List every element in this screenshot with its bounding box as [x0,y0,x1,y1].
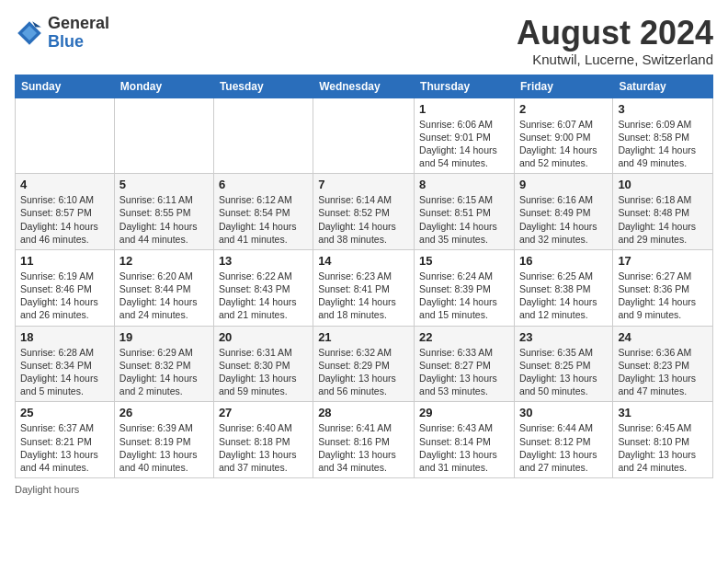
calendar-cell: 1Sunrise: 6:06 AM Sunset: 9:01 PM Daylig… [415,98,515,174]
title-block: August 2024 Knutwil, Lucerne, Switzerlan… [517,15,713,67]
day-info: Sunrise: 6:11 AM Sunset: 8:55 PM Dayligh… [119,193,209,246]
day-info: Sunrise: 6:22 AM Sunset: 8:43 PM Dayligh… [219,270,308,322]
day-number: 4 [20,178,109,191]
page-header: General Blue August 2024 Knutwil, Lucern… [15,15,713,67]
weekday-header-monday: Monday [114,75,213,98]
day-number: 14 [318,254,409,268]
weekday-row: SundayMondayTuesdayWednesdayThursdayFrid… [16,75,713,98]
day-info: Sunrise: 6:28 AM Sunset: 8:34 PM Dayligh… [20,346,109,398]
calendar-cell [16,98,115,174]
calendar-cell: 16Sunrise: 6:25 AM Sunset: 8:38 PM Dayli… [514,249,612,326]
day-number: 11 [20,254,109,268]
day-info: Sunrise: 6:09 AM Sunset: 8:58 PM Dayligh… [618,118,708,170]
calendar-table: SundayMondayTuesdayWednesdayThursdayFrid… [15,75,713,478]
day-number: 18 [20,330,109,344]
calendar-cell: 2Sunrise: 6:07 AM Sunset: 9:00 PM Daylig… [514,98,612,174]
calendar-cell: 30Sunrise: 6:44 AM Sunset: 8:12 PM Dayli… [514,402,612,478]
logo-icon [15,18,44,48]
calendar-body: 1Sunrise: 6:06 AM Sunset: 9:01 PM Daylig… [16,98,713,477]
day-info: Sunrise: 6:12 AM Sunset: 8:54 PM Dayligh… [219,193,308,246]
day-number: 30 [519,406,608,419]
footer-text: Daylight hours [15,484,79,495]
day-info: Sunrise: 6:23 AM Sunset: 8:41 PM Dayligh… [318,270,409,322]
day-info: Sunrise: 6:15 AM Sunset: 8:51 PM Dayligh… [419,193,509,246]
day-info: Sunrise: 6:19 AM Sunset: 8:46 PM Dayligh… [20,270,109,322]
calendar-cell [313,98,415,174]
day-info: Sunrise: 6:16 AM Sunset: 8:49 PM Dayligh… [519,193,608,246]
day-info: Sunrise: 6:31 AM Sunset: 8:30 PM Dayligh… [219,346,308,398]
day-info: Sunrise: 6:20 AM Sunset: 8:44 PM Dayligh… [119,270,209,322]
day-info: Sunrise: 6:32 AM Sunset: 8:29 PM Dayligh… [318,346,409,398]
calendar-cell: 17Sunrise: 6:27 AM Sunset: 8:36 PM Dayli… [613,249,713,326]
day-number: 9 [519,178,608,191]
calendar-cell: 18Sunrise: 6:28 AM Sunset: 8:34 PM Dayli… [16,326,115,402]
day-number: 12 [119,254,209,268]
day-number: 26 [119,406,209,419]
weekday-header-sunday: Sunday [16,75,115,98]
calendar-cell: 3Sunrise: 6:09 AM Sunset: 8:58 PM Daylig… [613,98,713,174]
day-info: Sunrise: 6:36 AM Sunset: 8:23 PM Dayligh… [618,346,708,398]
day-number: 19 [119,330,209,344]
day-number: 8 [419,178,509,191]
calendar-cell: 24Sunrise: 6:36 AM Sunset: 8:23 PM Dayli… [613,326,713,402]
week-row-1: 1Sunrise: 6:06 AM Sunset: 9:01 PM Daylig… [16,98,713,174]
day-number: 10 [618,178,708,191]
calendar-cell: 23Sunrise: 6:35 AM Sunset: 8:25 PM Dayli… [514,326,612,402]
calendar-cell: 21Sunrise: 6:32 AM Sunset: 8:29 PM Dayli… [313,326,415,402]
week-row-3: 11Sunrise: 6:19 AM Sunset: 8:46 PM Dayli… [16,249,713,326]
weekday-header-friday: Friday [514,75,612,98]
day-info: Sunrise: 6:07 AM Sunset: 9:00 PM Dayligh… [519,118,608,170]
day-number: 1 [419,102,509,116]
calendar-cell: 5Sunrise: 6:11 AM Sunset: 8:55 PM Daylig… [114,174,213,250]
day-number: 16 [519,254,608,268]
calendar-cell: 15Sunrise: 6:24 AM Sunset: 8:39 PM Dayli… [415,249,515,326]
day-number: 21 [318,330,409,344]
weekday-header-thursday: Thursday [415,75,515,98]
day-info: Sunrise: 6:44 AM Sunset: 8:12 PM Dayligh… [519,421,608,474]
day-number: 15 [419,254,509,268]
calendar-cell: 28Sunrise: 6:41 AM Sunset: 8:16 PM Dayli… [313,402,415,478]
day-number: 22 [419,330,509,344]
calendar-cell: 11Sunrise: 6:19 AM Sunset: 8:46 PM Dayli… [16,249,115,326]
week-row-4: 18Sunrise: 6:28 AM Sunset: 8:34 PM Dayli… [16,326,713,402]
calendar-cell: 20Sunrise: 6:31 AM Sunset: 8:30 PM Dayli… [213,326,313,402]
calendar-cell: 9Sunrise: 6:16 AM Sunset: 8:49 PM Daylig… [514,174,612,250]
footer: Daylight hours [15,484,713,495]
calendar-cell: 10Sunrise: 6:18 AM Sunset: 8:48 PM Dayli… [613,174,713,250]
calendar-cell: 8Sunrise: 6:15 AM Sunset: 8:51 PM Daylig… [415,174,515,250]
day-info: Sunrise: 6:10 AM Sunset: 8:57 PM Dayligh… [20,193,109,246]
day-info: Sunrise: 6:40 AM Sunset: 8:18 PM Dayligh… [219,421,308,474]
day-number: 28 [318,406,409,419]
day-info: Sunrise: 6:25 AM Sunset: 8:38 PM Dayligh… [519,270,608,322]
day-number: 23 [519,330,608,344]
calendar-cell: 31Sunrise: 6:45 AM Sunset: 8:10 PM Dayli… [613,402,713,478]
calendar-cell [114,98,213,174]
day-number: 3 [618,102,708,116]
day-number: 25 [20,406,109,419]
day-info: Sunrise: 6:41 AM Sunset: 8:16 PM Dayligh… [318,421,409,474]
day-number: 27 [219,406,308,419]
calendar-cell: 14Sunrise: 6:23 AM Sunset: 8:41 PM Dayli… [313,249,415,326]
calendar-cell: 4Sunrise: 6:10 AM Sunset: 8:57 PM Daylig… [16,174,115,250]
calendar-cell: 12Sunrise: 6:20 AM Sunset: 8:44 PM Dayli… [114,249,213,326]
day-number: 7 [318,178,409,191]
day-info: Sunrise: 6:29 AM Sunset: 8:32 PM Dayligh… [119,346,209,398]
calendar-cell: 22Sunrise: 6:33 AM Sunset: 8:27 PM Dayli… [415,326,515,402]
day-number: 13 [219,254,308,268]
day-info: Sunrise: 6:27 AM Sunset: 8:36 PM Dayligh… [618,270,708,322]
day-info: Sunrise: 6:06 AM Sunset: 9:01 PM Dayligh… [419,118,509,170]
day-info: Sunrise: 6:45 AM Sunset: 8:10 PM Dayligh… [618,421,708,474]
weekday-header-saturday: Saturday [613,75,713,98]
day-number: 17 [618,254,708,268]
day-number: 29 [419,406,509,419]
day-number: 31 [618,406,708,419]
day-info: Sunrise: 6:18 AM Sunset: 8:48 PM Dayligh… [618,193,708,246]
day-info: Sunrise: 6:43 AM Sunset: 8:14 PM Dayligh… [419,421,509,474]
calendar-cell [213,98,313,174]
day-number: 5 [119,178,209,191]
calendar-header: SundayMondayTuesdayWednesdayThursdayFrid… [16,75,713,98]
day-info: Sunrise: 6:24 AM Sunset: 8:39 PM Dayligh… [419,270,509,322]
day-number: 20 [219,330,308,344]
calendar-cell: 6Sunrise: 6:12 AM Sunset: 8:54 PM Daylig… [213,174,313,250]
day-info: Sunrise: 6:37 AM Sunset: 8:21 PM Dayligh… [20,421,109,474]
